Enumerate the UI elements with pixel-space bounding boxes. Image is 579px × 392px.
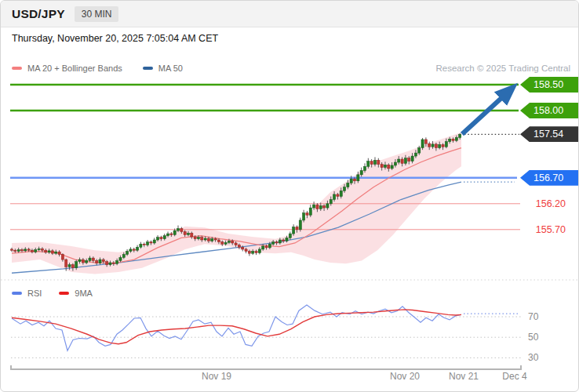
main-chart-legend: MA 20 + Bollinger Bands MA 50 [12, 64, 183, 73]
time-axis [11, 365, 521, 369]
price-chart-svg[interactable]: 705030Nov 19Nov 20Nov 21Dec 4 [1, 75, 579, 392]
legend-item-9ma: 9MA [59, 289, 93, 298]
date-label-Nov-20: Nov 20 [390, 371, 420, 382]
header-bar: USD/JPY 30 MIN [1, 1, 578, 27]
rsi-axis-label: 30 [528, 352, 539, 363]
rsi-axis-label: 70 [528, 311, 539, 322]
ma50-swatch-icon [143, 67, 153, 70]
rsi-line [12, 305, 461, 350]
rsi-9ma-swatch-icon [59, 292, 69, 295]
research-watermark: Research © 2025 Trading Central [436, 64, 570, 73]
rsi-swatch-icon [12, 292, 22, 295]
legend-item-ma50: MA 50 [143, 64, 183, 73]
date-label-Nov-21: Nov 21 [449, 371, 479, 382]
date-label-Dec-4: Dec 4 [502, 371, 527, 382]
rsi-9ma-label: 9MA [75, 289, 93, 298]
legend-item-ma20-bollinger: MA 20 + Bollinger Bands [12, 64, 122, 73]
bullish-arrow-icon [462, 91, 509, 134]
legend-item-rsi: RSI [12, 289, 42, 298]
timeframe-badge: 30 MIN [75, 6, 119, 22]
rsi-axis-label: 50 [528, 332, 539, 343]
ma20-bollinger-swatch-icon [12, 67, 22, 70]
ma50-label: MA 50 [158, 64, 183, 73]
trading-central-chart-page: USD/JPY 30 MIN Thursday, November 20, 20… [0, 0, 579, 392]
chart-datetime: Thursday, November 20, 2025 7:05:04 AM C… [12, 33, 218, 44]
rsi-legend: RSI 9MA [12, 289, 93, 298]
ma20-bollinger-label: MA 20 + Bollinger Bands [27, 64, 122, 73]
instrument-title: USD/JPY [12, 7, 65, 21]
rsi-label: RSI [27, 289, 42, 298]
date-label-Nov-19: Nov 19 [202, 371, 231, 382]
